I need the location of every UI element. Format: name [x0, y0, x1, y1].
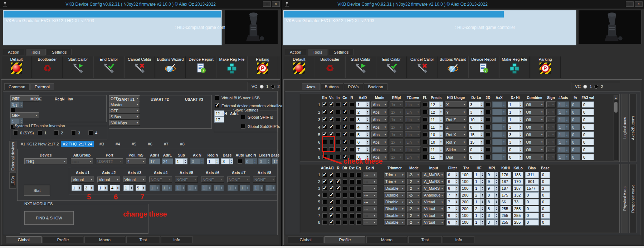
device-tab-3[interactable]: #3	[94, 141, 110, 147]
filter-stepper[interactable]: 6▲▼	[447, 185, 459, 192]
mode-dropdown[interactable]: -2-▼	[407, 179, 421, 185]
precis-stepper[interactable]: 11▲▼	[429, 154, 443, 160]
cn-checkbox[interactable]	[343, 147, 347, 152]
device-report-button[interactable]: Device Reporti	[186, 56, 216, 78]
make-reg-file-button[interactable]: Make Reg File	[499, 56, 530, 78]
stepper-arrows-icon[interactable]: ▲▼	[142, 185, 146, 191]
acl-checkbox[interactable]	[329, 207, 334, 211]
d2-checkbox[interactable]	[486, 125, 491, 129]
kdlo-field[interactable]: 255	[513, 213, 523, 219]
axid-stepper[interactable]: 5▲▼	[356, 132, 370, 138]
mode-dropdown[interactable]: -2-▼	[407, 206, 421, 212]
usart2-mode-dropdown[interactable]: Master▼	[109, 101, 140, 108]
hid-dropdown[interactable]: Rot X▼	[445, 132, 467, 138]
device-tab-8[interactable]: #8	[174, 141, 190, 147]
stepper-arrows-icon[interactable]: ▲▼	[130, 185, 133, 191]
cn-checkbox[interactable]	[343, 117, 347, 122]
stepper-arrows-icon[interactable]: ▲▼	[480, 109, 484, 115]
vs-checkbox[interactable]	[329, 117, 334, 122]
mpl-stepper[interactable]: 8▲▼	[486, 199, 498, 205]
bias-field[interactable]: -311	[525, 172, 539, 178]
side-tab-logical-axes[interactable]: Logical axes	[621, 94, 628, 162]
menu-item-tools[interactable]: Tools	[26, 49, 45, 55]
r-checkbox[interactable]	[350, 147, 354, 152]
stepper-arrows-icon[interactable]: ▲▼	[519, 147, 523, 153]
dir-checkbox[interactable]	[343, 200, 347, 204]
input-dropdown[interactable]: Virtual▼	[423, 206, 445, 212]
precis-stepper[interactable]: 11▲▼	[429, 124, 443, 130]
d2-checkbox[interactable]	[486, 110, 491, 114]
find-show-button[interactable]: FIND & SHOW	[24, 211, 74, 225]
device-tab-7[interactable]: #7	[158, 141, 174, 147]
vs-checkbox[interactable]	[329, 102, 334, 107]
acl-checkbox[interactable]	[329, 213, 334, 218]
stepper-arrows-icon[interactable]: ▲▼	[481, 192, 484, 198]
combine-dropdown[interactable]: Off▼	[525, 101, 545, 108]
mpl-stepper[interactable]: 8▲▼	[486, 192, 498, 198]
acn-checkbox[interactable]	[322, 173, 327, 177]
input-dropdown[interactable]: Analogue▼	[423, 192, 445, 198]
dzhi-stepper[interactable]: 1▲▼	[508, 109, 523, 115]
axid-stepper[interactable]: 6▲▼	[356, 139, 370, 145]
in-checkbox[interactable]	[336, 117, 341, 122]
precis-stepper[interactable]: 12▲▼	[429, 101, 443, 108]
stepper-arrows-icon[interactable]: ▲▼	[495, 213, 498, 219]
stepper-arrows-icon[interactable]: ▲▼	[215, 158, 219, 164]
dzhi-stepper[interactable]: 3▲▼	[508, 132, 523, 138]
dir-checkbox[interactable]	[343, 179, 347, 184]
acn-checkbox[interactable]	[322, 186, 327, 191]
stepper-arrows-icon[interactable]: ▲▼	[519, 139, 523, 145]
poll-dropdown[interactable]: 4▼	[126, 158, 146, 164]
trimmer-dropdown[interactable]: Disable▼	[384, 219, 405, 225]
acn-checkbox[interactable]	[322, 220, 327, 225]
base-field[interactable]: 0	[541, 213, 550, 219]
fl-checkbox[interactable]	[423, 155, 428, 159]
mode-dropdown[interactable]: -2-▼	[407, 213, 421, 219]
stepper-arrows-icon[interactable]: ▲▼	[366, 124, 370, 130]
stepper-arrows-icon[interactable]: ▲▼	[455, 206, 459, 212]
filter-stepper[interactable]: 7▲▼	[447, 192, 459, 198]
eqn-dropdown[interactable]: ---▼	[363, 192, 377, 198]
mode-dropdown[interactable]: -2-▼	[407, 172, 421, 178]
fl-checkbox[interactable]	[423, 117, 428, 122]
dzhi-stepper[interactable]: 0▲▼	[508, 154, 523, 160]
default-button[interactable]: Default	[284, 56, 314, 78]
bias-field[interactable]: 0	[525, 213, 539, 219]
fl-checkbox[interactable]	[423, 132, 428, 137]
stepper-arrows-icon[interactable]: ▲▼	[481, 219, 484, 225]
dzlo-stepper[interactable]: 3▲▼	[469, 101, 484, 108]
stepper-arrows-icon[interactable]: ▲▼	[116, 185, 120, 191]
tab-common[interactable]: Common	[4, 83, 30, 90]
input-dropdown[interactable]: A_MaRS▼	[423, 179, 445, 185]
stepper-arrows-icon[interactable]: ▲▼	[481, 185, 484, 192]
cancel-calibr-button[interactable]: Cancel Calibr	[124, 56, 155, 78]
axis-2-value1-stepper[interactable]: 1▲▼	[98, 185, 108, 191]
combine-dropdown[interactable]: Off▼	[525, 109, 545, 115]
hf-stepper[interactable]: 1▲▼	[474, 185, 484, 192]
minimize-button[interactable]: –	[263, 1, 271, 7]
stepper-arrows-icon[interactable]: ▲▼	[480, 124, 484, 130]
cn-checkbox[interactable]	[343, 110, 347, 114]
eqn-dropdown[interactable]: ---▼	[363, 199, 377, 205]
base-field[interactable]: 3	[541, 185, 550, 192]
acl-checkbox[interactable]	[329, 200, 334, 204]
bias-field[interactable]: 0	[525, 199, 539, 205]
axis-1-value1-stepper[interactable]: 1▲▼	[72, 185, 82, 191]
thr-field[interactable]: 100	[460, 172, 472, 178]
side-tab-external-devices[interactable]: External devices	[9, 141, 16, 172]
led2-checkbox[interactable]	[54, 130, 59, 135]
stepper-arrows-icon[interactable]: ▲▼	[439, 109, 443, 115]
close-button[interactable]: ×	[635, 1, 643, 7]
r-checkbox[interactable]	[350, 117, 354, 122]
combine-dropdown[interactable]: Off▼	[525, 132, 545, 138]
stepper-arrows-icon[interactable]: ▲▼	[480, 154, 484, 160]
menu-item-settings[interactable]: Settings	[47, 49, 72, 55]
bias-field[interactable]: 0	[525, 219, 539, 225]
eq-checkbox[interactable]	[356, 193, 361, 198]
en-checkbox[interactable]	[322, 155, 327, 159]
dzhi-stepper[interactable]: 3▲▼	[508, 139, 523, 145]
hid-dropdown[interactable]: Y▼	[445, 109, 467, 115]
device-tab-1[interactable]: #1 KG12 New 2:17.2	[19, 141, 61, 147]
mode-dropdown[interactable]: Abs▼	[371, 109, 388, 115]
trimmer-dropdown[interactable]: Disable▼	[384, 192, 405, 198]
